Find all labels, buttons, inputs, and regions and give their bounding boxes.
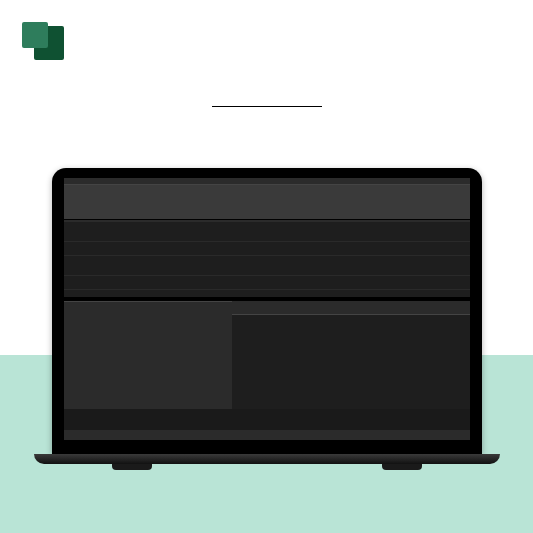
ribbon[interactable] [64, 185, 470, 219]
gantt-chart[interactable] [232, 301, 470, 409]
timeline-panel[interactable] [64, 219, 470, 297]
promo-heading [0, 28, 533, 59]
task-grid[interactable] [64, 301, 232, 409]
laptop-mock [52, 168, 482, 470]
statusbar [64, 430, 470, 440]
divider [212, 106, 322, 107]
timeline-row-p2 [64, 256, 470, 276]
timeline-row-p1 [64, 222, 470, 242]
app-screen [64, 178, 470, 440]
